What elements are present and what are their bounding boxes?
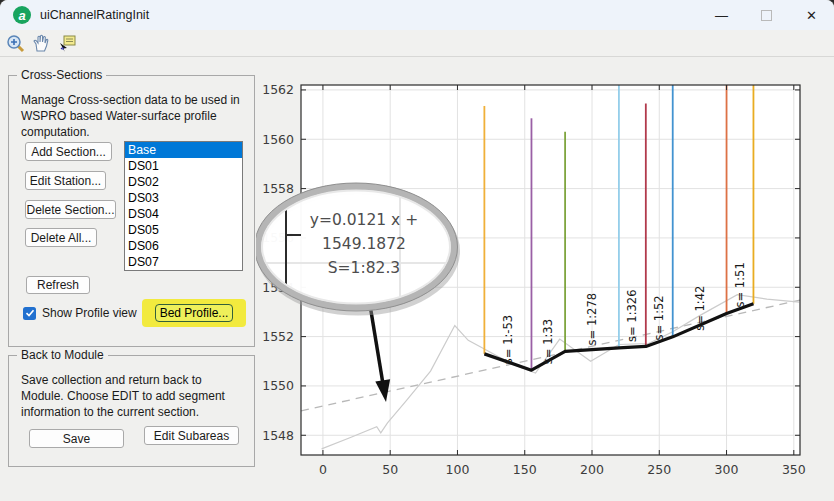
slope-label: s= 1:52 xyxy=(652,295,666,340)
slope-label: s= 1:-53 xyxy=(501,315,515,364)
x-tick-label: 0 xyxy=(319,462,327,477)
y-tick-label: 1562 xyxy=(262,82,294,97)
app-icon: a xyxy=(13,6,31,24)
list-item[interactable]: DS05 xyxy=(125,222,242,238)
cross-sections-group: Cross-Sections Manage Cross-section data… xyxy=(8,75,255,347)
list-item[interactable]: DS03 xyxy=(125,190,242,206)
show-profile-checkbox[interactable] xyxy=(23,307,36,320)
list-item[interactable]: DS04 xyxy=(125,206,242,222)
back-to-module-title: Back to Module xyxy=(17,348,108,362)
y-tick-label: 1560 xyxy=(262,132,294,147)
back-to-module-description: Save collection and return back to Modul… xyxy=(21,372,243,420)
edit-station-button[interactable]: Edit Station... xyxy=(25,171,106,190)
list-item[interactable]: DS07 xyxy=(125,254,242,270)
list-item[interactable]: DS01 xyxy=(125,158,242,174)
slope-label: s= 1:42 xyxy=(693,286,707,331)
x-tick-label: 300 xyxy=(715,462,739,477)
profile-chart[interactable]: s= 1:-53s= 1:33s= 1:278s= 1:326s= 1:52s=… xyxy=(256,60,834,501)
callout-text: S=1:82.3 xyxy=(328,259,400,277)
x-tick-label: 250 xyxy=(647,462,671,477)
list-item[interactable]: DS02 xyxy=(125,174,242,190)
y-tick-label: 1548 xyxy=(262,428,294,443)
back-to-module-group: Back to Module Save collection and retur… xyxy=(8,355,255,467)
add-section-button[interactable]: Add Section... xyxy=(25,142,112,161)
callout-bubble: y=0.0121 x +1549.1872S=1:82.3 xyxy=(256,183,458,312)
edit-subareas-button[interactable]: Edit Subareas xyxy=(144,426,239,445)
figure-toolbar xyxy=(0,30,834,57)
delete-section-button[interactable]: Delete Section... xyxy=(25,200,116,219)
show-profile-label: Show Profile view xyxy=(42,306,137,320)
bed-profile-highlight: Bed Profile... xyxy=(142,299,246,327)
bed-profile-button[interactable]: Bed Profile... xyxy=(155,304,233,322)
list-item[interactable]: Base xyxy=(125,142,242,158)
y-tick-label: 1552 xyxy=(262,329,294,344)
show-profile-checkbox-row: Show Profile view xyxy=(23,306,137,320)
close-button[interactable]: ✕ xyxy=(789,0,834,30)
window-title: uiChannelRatingInit xyxy=(40,8,149,22)
list-item[interactable]: DS06 xyxy=(125,238,242,254)
pan-icon[interactable] xyxy=(30,33,52,53)
data-cursor-icon[interactable] xyxy=(56,33,78,53)
y-tick-label: 1550 xyxy=(262,378,294,393)
callout-text: y=0.0121 x + xyxy=(310,211,418,229)
maximize-icon xyxy=(761,10,772,21)
callout-text: 1549.1872 xyxy=(322,235,406,253)
x-tick-label: 50 xyxy=(382,462,398,477)
x-tick-label: 350 xyxy=(782,462,806,477)
save-button[interactable]: Save xyxy=(29,429,124,448)
slope-label: s= 1:33 xyxy=(541,319,555,364)
x-tick-label: 200 xyxy=(580,462,604,477)
x-tick-label: 150 xyxy=(513,462,537,477)
section-list[interactable]: Base DS01 DS02 DS03 DS04 DS05 DS06 DS07 xyxy=(124,141,243,271)
app-window: a uiChannelRatingInit — ✕ xyxy=(0,0,834,501)
slope-label: s= 1:51 xyxy=(733,262,747,307)
refresh-button[interactable]: Refresh xyxy=(26,276,90,294)
title-bar: a uiChannelRatingInit — ✕ xyxy=(0,0,834,30)
x-tick-label: 100 xyxy=(446,462,470,477)
minimize-button[interactable]: — xyxy=(699,0,744,30)
cross-sections-group-title: Cross-Sections xyxy=(17,68,106,82)
slope-label: s= 1:278 xyxy=(585,293,599,345)
cross-sections-description: Manage Cross-section data to be used in … xyxy=(21,92,245,140)
maximize-button xyxy=(744,0,789,30)
delete-all-button[interactable]: Delete All... xyxy=(25,228,97,247)
zoom-in-icon[interactable] xyxy=(4,33,26,53)
slope-label: s= 1:326 xyxy=(625,290,639,342)
y-tick-label: 1558 xyxy=(262,181,294,196)
